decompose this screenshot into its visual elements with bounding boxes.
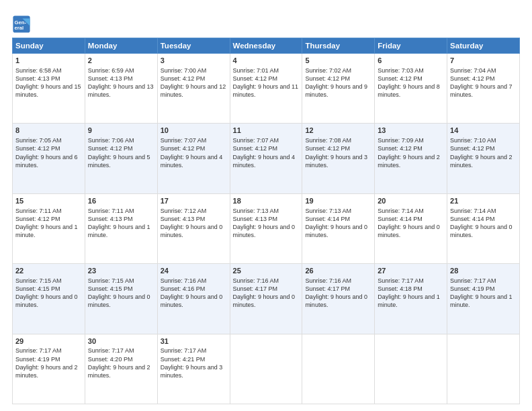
calendar-cell: 7Sunrise: 7:04 AMSunset: 4:12 PMDaylight… <box>447 54 520 124</box>
calendar-cell: 19Sunrise: 7:13 AMSunset: 4:14 PMDayligh… <box>302 193 375 263</box>
logo: Gen- eral <box>12 15 34 34</box>
calendar-cell: 3Sunrise: 7:00 AMSunset: 4:12 PMDaylight… <box>157 54 230 124</box>
calendar-cell: 6Sunrise: 7:03 AMSunset: 4:12 PMDaylight… <box>375 54 447 124</box>
col-header-tuesday: Tuesday <box>157 38 230 54</box>
col-header-monday: Monday <box>85 38 157 54</box>
calendar-cell: 27Sunrise: 7:17 AMSunset: 4:18 PMDayligh… <box>375 264 447 334</box>
calendar-cell: 1Sunrise: 6:58 AMSunset: 4:13 PMDaylight… <box>13 54 85 124</box>
col-header-saturday: Saturday <box>447 38 520 54</box>
calendar-cell: 24Sunrise: 7:16 AMSunset: 4:16 PMDayligh… <box>157 264 230 334</box>
calendar-cell: 26Sunrise: 7:16 AMSunset: 4:17 PMDayligh… <box>302 264 375 334</box>
calendar-cell: 29Sunrise: 7:17 AMSunset: 4:19 PMDayligh… <box>13 334 85 404</box>
calendar-cell <box>230 334 302 404</box>
calendar-cell: 11Sunrise: 7:07 AMSunset: 4:12 PMDayligh… <box>230 124 302 193</box>
header: Gen- eral <box>12 12 520 34</box>
calendar-table: SundayMondayTuesdayWednesdayThursdayFrid… <box>12 38 520 404</box>
calendar-cell <box>447 334 520 404</box>
calendar-cell: 17Sunrise: 7:12 AMSunset: 4:13 PMDayligh… <box>157 193 230 263</box>
calendar-cell: 21Sunrise: 7:14 AMSunset: 4:14 PMDayligh… <box>447 193 520 263</box>
calendar-cell: 25Sunrise: 7:16 AMSunset: 4:17 PMDayligh… <box>230 264 302 334</box>
svg-text:eral: eral <box>15 25 24 31</box>
calendar-cell: 28Sunrise: 7:17 AMSunset: 4:19 PMDayligh… <box>447 264 520 334</box>
calendar-cell: 12Sunrise: 7:08 AMSunset: 4:12 PMDayligh… <box>302 124 375 193</box>
calendar-cell: 22Sunrise: 7:15 AMSunset: 4:15 PMDayligh… <box>13 264 85 334</box>
calendar-cell: 5Sunrise: 7:02 AMSunset: 4:12 PMDaylight… <box>302 54 375 124</box>
calendar-row: 8Sunrise: 7:05 AMSunset: 4:12 PMDaylight… <box>13 124 520 193</box>
calendar-cell: 10Sunrise: 7:07 AMSunset: 4:12 PMDayligh… <box>157 124 230 193</box>
calendar-cell: 4Sunrise: 7:01 AMSunset: 4:12 PMDaylight… <box>230 54 302 124</box>
calendar-cell: 23Sunrise: 7:15 AMSunset: 4:15 PMDayligh… <box>85 264 157 334</box>
col-header-sunday: Sunday <box>13 38 85 54</box>
svg-text:Gen-: Gen- <box>15 19 27 26</box>
col-header-friday: Friday <box>375 38 447 54</box>
calendar-cell: 2Sunrise: 6:59 AMSunset: 4:13 PMDaylight… <box>85 54 157 124</box>
page: Gen- eral SundayMondayTuesdayWednesdayTh… <box>0 0 532 411</box>
calendar-cell: 14Sunrise: 7:10 AMSunset: 4:12 PMDayligh… <box>447 124 520 193</box>
calendar-row: 29Sunrise: 7:17 AMSunset: 4:19 PMDayligh… <box>13 334 520 404</box>
col-header-wednesday: Wednesday <box>230 38 302 54</box>
logo-icon: Gen- eral <box>12 15 31 34</box>
calendar-cell <box>302 334 375 404</box>
col-header-thursday: Thursday <box>302 38 375 54</box>
calendar-cell: 9Sunrise: 7:06 AMSunset: 4:12 PMDaylight… <box>85 124 157 193</box>
calendar-row: 15Sunrise: 7:11 AMSunset: 4:12 PMDayligh… <box>13 193 520 263</box>
calendar-cell: 16Sunrise: 7:11 AMSunset: 4:13 PMDayligh… <box>85 193 157 263</box>
calendar-row: 1Sunrise: 6:58 AMSunset: 4:13 PMDaylight… <box>13 54 520 124</box>
calendar-cell: 8Sunrise: 7:05 AMSunset: 4:12 PMDaylight… <box>13 124 85 193</box>
calendar-cell: 18Sunrise: 7:13 AMSunset: 4:13 PMDayligh… <box>230 193 302 263</box>
calendar-cell: 20Sunrise: 7:14 AMSunset: 4:14 PMDayligh… <box>375 193 447 263</box>
calendar-cell: 13Sunrise: 7:09 AMSunset: 4:12 PMDayligh… <box>375 124 447 193</box>
calendar-cell: 15Sunrise: 7:11 AMSunset: 4:12 PMDayligh… <box>13 193 85 263</box>
calendar-cell: 31Sunrise: 7:17 AMSunset: 4:21 PMDayligh… <box>157 334 230 404</box>
calendar-cell: 30Sunrise: 7:17 AMSunset: 4:20 PMDayligh… <box>85 334 157 404</box>
calendar-cell <box>375 334 447 404</box>
calendar-row: 22Sunrise: 7:15 AMSunset: 4:15 PMDayligh… <box>13 264 520 334</box>
